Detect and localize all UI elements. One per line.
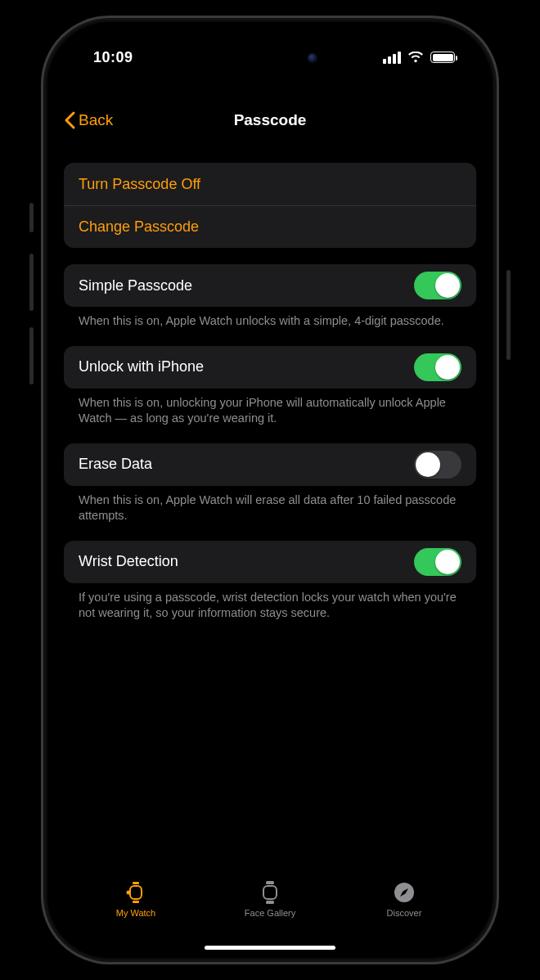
erase-data-note: When this is on, Apple Watch will erase … bbox=[64, 486, 476, 524]
svg-rect-6 bbox=[266, 901, 274, 904]
wrist-detection-toggle[interactable] bbox=[414, 548, 461, 576]
tab-face-gallery[interactable]: Face Gallery bbox=[203, 880, 337, 918]
wrist-detection-row: Wrist Detection bbox=[64, 541, 476, 583]
front-camera-icon bbox=[308, 53, 317, 63]
erase-data-row: Erase Data bbox=[64, 443, 476, 486]
page-title: Passcode bbox=[234, 111, 307, 129]
passcode-actions-group: Turn Passcode Off Change Passcode bbox=[64, 163, 476, 248]
device-frame: 10:09 Back Passcode bbox=[41, 16, 499, 964]
device-volume-up bbox=[29, 254, 34, 311]
turn-passcode-off-button[interactable]: Turn Passcode Off bbox=[64, 163, 476, 205]
tab-my-watch[interactable]: My Watch bbox=[69, 880, 203, 918]
svg-rect-0 bbox=[130, 886, 142, 899]
simple-passcode-group: Simple Passcode bbox=[64, 264, 476, 307]
row-label: Wrist Detection bbox=[79, 553, 178, 570]
screen: 10:09 Back Passcode bbox=[47, 22, 493, 958]
back-label: Back bbox=[79, 111, 113, 129]
row-label: Turn Passcode Off bbox=[79, 176, 200, 193]
content-scroll[interactable]: Turn Passcode Off Change Passcode Simple… bbox=[47, 153, 493, 872]
compass-icon bbox=[393, 880, 416, 905]
svg-point-3 bbox=[127, 891, 131, 895]
unlock-iphone-row: Unlock with iPhone bbox=[64, 346, 476, 389]
tab-discover[interactable]: Discover bbox=[337, 880, 471, 918]
watch-icon bbox=[125, 880, 146, 905]
wrist-detection-group: Wrist Detection bbox=[64, 541, 476, 583]
erase-data-toggle[interactable] bbox=[414, 451, 461, 479]
simple-passcode-note: When this is on, Apple Watch unlocks wit… bbox=[64, 307, 476, 330]
tab-label: Discover bbox=[387, 908, 422, 918]
unlock-iphone-note: When this is on, unlocking your iPhone w… bbox=[64, 389, 476, 427]
row-label: Unlock with iPhone bbox=[79, 358, 204, 375]
unlock-iphone-toggle[interactable] bbox=[414, 353, 461, 381]
status-time: 10:09 bbox=[93, 49, 133, 66]
erase-data-group: Erase Data bbox=[64, 443, 476, 486]
cellular-icon bbox=[383, 52, 401, 64]
chevron-left-icon bbox=[64, 111, 75, 129]
tab-label: Face Gallery bbox=[245, 908, 295, 918]
device-silent-switch bbox=[29, 203, 34, 232]
home-indicator[interactable] bbox=[205, 946, 335, 950]
tab-label: My Watch bbox=[116, 908, 156, 918]
simple-passcode-row: Simple Passcode bbox=[64, 264, 476, 307]
back-button[interactable]: Back bbox=[64, 111, 113, 129]
battery-icon bbox=[430, 52, 455, 63]
row-label: Erase Data bbox=[79, 456, 152, 473]
watch-face-icon bbox=[261, 880, 279, 905]
device-side-button bbox=[506, 270, 511, 360]
svg-rect-1 bbox=[133, 882, 139, 884]
dynamic-island bbox=[211, 42, 329, 74]
row-label: Simple Passcode bbox=[79, 277, 192, 294]
unlock-iphone-group: Unlock with iPhone bbox=[64, 346, 476, 389]
wrist-detection-note: If you're using a passcode, wrist detect… bbox=[64, 583, 476, 622]
change-passcode-button[interactable]: Change Passcode bbox=[64, 205, 476, 248]
svg-rect-5 bbox=[266, 881, 274, 884]
wifi-icon bbox=[407, 52, 424, 63]
row-label: Change Passcode bbox=[79, 218, 199, 236]
nav-bar: Back Passcode bbox=[47, 99, 493, 142]
svg-rect-2 bbox=[133, 901, 139, 903]
device-volume-down bbox=[29, 327, 34, 384]
svg-rect-4 bbox=[263, 886, 277, 899]
simple-passcode-toggle[interactable] bbox=[414, 272, 461, 299]
